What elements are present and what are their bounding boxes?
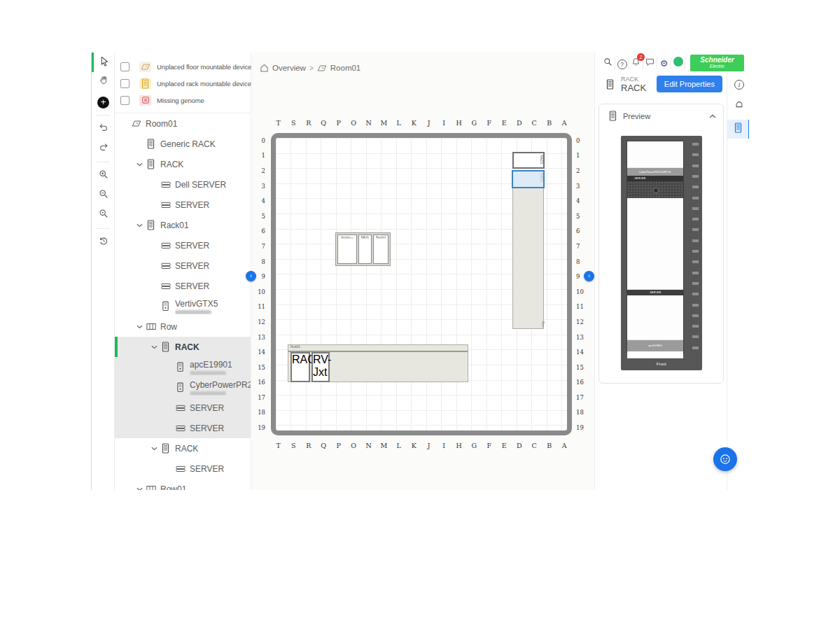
row-body[interactable] xyxy=(512,187,544,329)
chevron-down-icon[interactable] xyxy=(135,487,144,491)
tool-add-button[interactable]: + xyxy=(92,92,115,111)
filter-checkbox[interactable] xyxy=(120,79,130,88)
grid-col-label: C xyxy=(527,119,542,127)
chevron-down-icon[interactable] xyxy=(150,345,159,349)
filter-checkbox[interactable] xyxy=(120,96,130,105)
toolbar-divider xyxy=(96,115,110,115)
rack-object-selected[interactable]: RACK xyxy=(512,170,545,188)
grid-row-label: 12 xyxy=(254,314,265,330)
grid-col-label: G xyxy=(467,442,482,450)
tree-item-server[interactable]: SERVER xyxy=(115,458,251,479)
tree-item-apce19901[interactable]: apcE19901 xyxy=(115,357,251,377)
tool-zoom-in-button[interactable] xyxy=(92,166,115,186)
server-icon xyxy=(160,242,171,249)
rack-unit-marks xyxy=(692,143,699,352)
tree-item-dell-server[interactable]: Dell SERVER xyxy=(115,174,251,195)
rail-alarm-button[interactable] xyxy=(727,97,749,115)
tree-item-text: Row xyxy=(160,322,177,332)
filter-checkbox[interactable] xyxy=(120,62,130,71)
rack-object[interactable]: Generic... xyxy=(337,234,357,264)
filter-row: Missing genome xyxy=(115,92,251,108)
grid-row-label: 19 xyxy=(576,420,587,435)
rack-object[interactable]: RV-Jxt xyxy=(312,352,330,382)
chevron-down-icon[interactable] xyxy=(150,447,159,451)
filter-label: Unplaced rack mountable devices xyxy=(157,80,254,88)
tree-item-rack[interactable]: RACK xyxy=(115,438,251,458)
tree-item-generic-rack[interactable]: Generic RACK xyxy=(115,134,251,154)
topbar-search-button[interactable] xyxy=(601,57,615,69)
account-icon xyxy=(673,57,683,69)
tool-redo-button[interactable] xyxy=(92,139,115,158)
grid-row-label: 18 xyxy=(254,405,265,421)
collapse-left-panel-button[interactable]: ‹ xyxy=(246,271,256,281)
grid-col-label: S xyxy=(286,119,302,127)
right-rail: i xyxy=(727,52,749,490)
rack-label: RACK xyxy=(540,173,543,182)
tree-item-row01[interactable]: Row01 xyxy=(115,479,251,490)
server-front xyxy=(627,181,683,198)
row01-object[interactable]: Row01 RACK RV-Jxt xyxy=(288,344,468,382)
breadcrumb-overview[interactable]: Overview xyxy=(272,64,306,72)
rack-object[interactable]: Rack01 xyxy=(373,234,388,264)
tree-item-rack[interactable]: RACK xyxy=(115,337,251,357)
topbar-help-button[interactable]: ? xyxy=(615,57,629,69)
tree-item-room01[interactable]: Room01 xyxy=(115,113,251,134)
edit-properties-button[interactable]: Edit Properties xyxy=(657,76,722,92)
tree-item-row[interactable]: Row xyxy=(115,316,251,337)
rack-label: Generic... xyxy=(341,235,354,239)
rack-object[interactable]: RACK xyxy=(512,152,545,169)
topbar-feedback-button[interactable] xyxy=(643,57,657,69)
grid-row-label: 7 xyxy=(576,239,587,254)
grid-col-label: E xyxy=(497,442,512,450)
rail-info-button[interactable]: i xyxy=(727,74,749,92)
chevron-down-icon[interactable] xyxy=(135,223,144,227)
tool-undo-button[interactable] xyxy=(92,119,115,139)
tree-item-text: SERVER xyxy=(190,464,224,474)
rack-preview-graphic: CyberPowerPR2200RTXLSERVERSERVERapcE1990… xyxy=(621,136,702,370)
rack-object[interactable]: RACK xyxy=(358,234,372,264)
grid-col-label: M xyxy=(377,442,392,450)
row-object-vertical[interactable]: RACK RACK Row xyxy=(512,150,545,329)
tool-zoom-reset-button[interactable] xyxy=(92,205,115,225)
chevron-down-icon[interactable] xyxy=(135,162,144,167)
grid-col-label: Q xyxy=(316,119,332,127)
rack-icon xyxy=(160,342,171,352)
brand-logo[interactable]: SchneiderElectric xyxy=(690,55,744,71)
tree-item-server[interactable]: SERVER xyxy=(115,276,251,296)
brand-name: Schneider xyxy=(700,57,734,64)
row-icon xyxy=(146,323,156,330)
tool-zoom-out-button[interactable] xyxy=(92,186,115,205)
tool-select-button[interactable] xyxy=(92,52,115,72)
tree-item-rack[interactable]: RACK xyxy=(115,154,251,174)
grid-col-label: P xyxy=(331,442,346,450)
tree-item-rack01[interactable]: Rack01 xyxy=(115,215,251,235)
grid-row-label: 17 xyxy=(576,390,587,405)
tree-item-vertivgtx5[interactable]: VertivGTX5 xyxy=(115,296,251,316)
tree-item-server[interactable]: SERVER xyxy=(115,418,251,438)
chatbot-button[interactable] xyxy=(713,447,737,471)
tree-item-server[interactable]: SERVER xyxy=(115,255,251,276)
tool-history-button[interactable] xyxy=(92,232,115,252)
topbar-account-button[interactable] xyxy=(671,57,685,69)
grid-row-label: 11 xyxy=(254,300,265,315)
tree-item-server[interactable]: SERVER xyxy=(115,235,251,255)
rail-rack-button[interactable] xyxy=(727,120,749,139)
tree-item-server[interactable]: SERVER xyxy=(115,398,251,418)
rack-group-object[interactable]: Generic...RACKRack01 xyxy=(335,232,391,266)
device-icon xyxy=(175,382,186,393)
tool-pan-button[interactable] xyxy=(92,72,115,92)
tree-item-text: Row01 xyxy=(160,484,186,491)
tree-item-cyberpowerpr2200r-[interactable]: CyberPowerPR2200R... xyxy=(115,377,251,398)
rack-object[interactable]: RACK xyxy=(290,352,310,382)
expand-right-panel-button[interactable]: › xyxy=(584,271,594,281)
rack-icon xyxy=(605,79,615,90)
chevron-down-icon[interactable] xyxy=(135,325,144,329)
breadcrumb-room[interactable]: Room01 xyxy=(330,64,360,72)
topbar-notifications-button[interactable]: 2 xyxy=(629,57,643,69)
grid-col-label: B xyxy=(542,442,557,450)
topbar-settings-button[interactable]: ⚙ xyxy=(657,57,671,69)
grid-row-label: 6 xyxy=(254,224,265,239)
chevron-up-icon[interactable] xyxy=(709,114,716,118)
grid-row-label: 3 xyxy=(254,178,265,194)
tree-item-server[interactable]: SERVER xyxy=(115,195,251,215)
